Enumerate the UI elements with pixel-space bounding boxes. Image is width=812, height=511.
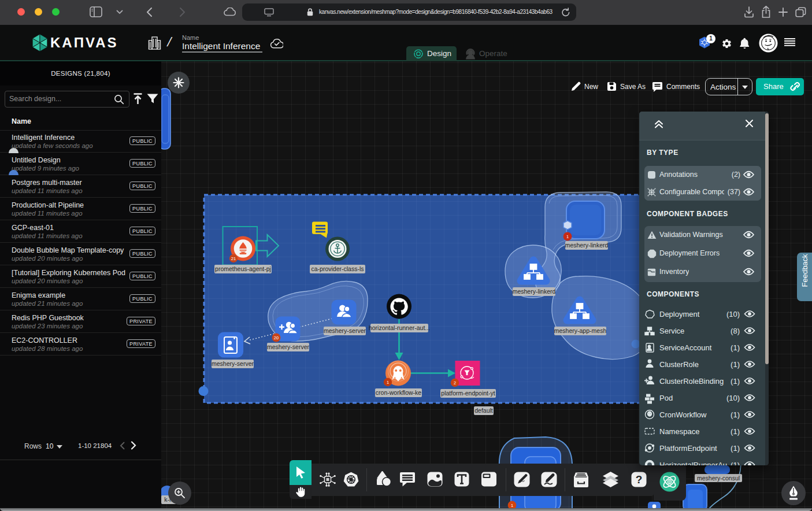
svg-text:HorizontalRunnerAu…: HorizontalRunnerAu… [659, 461, 735, 465]
svg-text:(10): (10) [726, 310, 740, 319]
svg-text:(10): (10) [726, 394, 740, 402]
svg-text:meshery-server: meshery-server [212, 360, 254, 367]
svg-text:(1): (1) [731, 343, 740, 352]
svg-text:PlatformEndpoint: PlatformEndpoint [659, 444, 717, 453]
svg-text:prometheus-agent-pj: prometheus-agent-pj [215, 265, 271, 272]
svg-text:(1): (1) [731, 410, 740, 419]
svg-text:ServiceAccount: ServiceAccount [659, 343, 712, 352]
svg-text:platform-endpoint-yt: platform-endpoint-yt [441, 390, 495, 397]
svg-text:?: ? [636, 473, 643, 486]
svg-text:(1): (1) [731, 360, 740, 369]
svg-text:(1): (1) [731, 427, 740, 436]
svg-text:20: 20 [274, 335, 279, 340]
svg-text:1: 1 [387, 380, 389, 385]
svg-text:ClusterRole: ClusterRole [659, 360, 699, 369]
svg-text:meshery-linkerd: meshery-linkerd [565, 242, 609, 249]
svg-text:ClusterRoleBinding: ClusterRoleBinding [659, 377, 724, 386]
svg-text:(1): (1) [731, 461, 740, 465]
svg-text:1: 1 [566, 234, 569, 239]
svg-text:(8): (8) [731, 327, 740, 335]
svg-text:default: default [474, 407, 493, 414]
svg-text:(1): (1) [731, 444, 740, 453]
svg-text:Namespace: Namespace [659, 427, 699, 436]
svg-text:(1): (1) [731, 377, 740, 386]
svg-text:Deployment: Deployment [659, 310, 700, 319]
svg-text:1: 1 [511, 503, 513, 508]
svg-text:21: 21 [231, 256, 236, 261]
svg-text:ca-provider-class-ls: ca-provider-class-ls [311, 265, 364, 272]
svg-text:meshery-app-mesh: meshery-app-mesh [554, 327, 607, 334]
svg-text:meshery-server: meshery-server [267, 343, 309, 350]
svg-text:cron-workflow-ke: cron-workflow-ke [376, 389, 422, 396]
svg-text:horizontal-runner-aut...: horizontal-runner-aut... [369, 324, 430, 331]
svg-text:CronWorkflow: CronWorkflow [659, 410, 707, 419]
svg-text:Service: Service [659, 327, 684, 335]
svg-text:meshery-linkerd: meshery-linkerd [513, 288, 556, 295]
svg-text:2: 2 [454, 380, 456, 386]
svg-text:meshery-server: meshery-server [324, 327, 366, 334]
svg-text:Pod: Pod [659, 394, 673, 402]
